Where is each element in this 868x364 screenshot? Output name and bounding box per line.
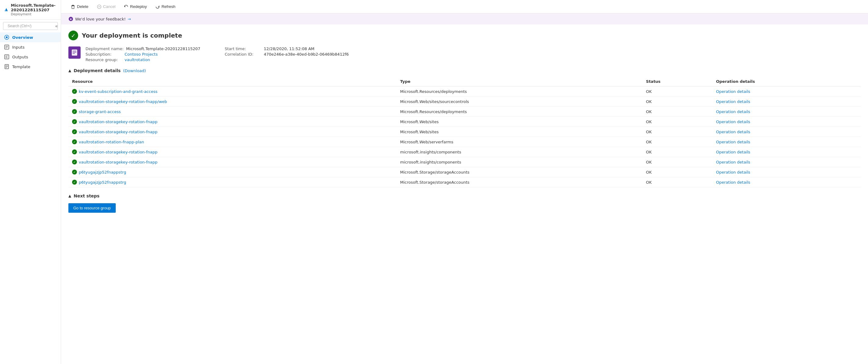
operation-link-0[interactable]: Operation details (716, 89, 750, 94)
meta-left: Deployment name: Microsoft.Template-2020… (86, 47, 200, 62)
search-bar-container[interactable]: « (3, 22, 58, 30)
cell-resource-3: ✓ vaultrotation-storagekey-rotation-fnap… (68, 117, 396, 127)
redeploy-label: Redeploy (130, 4, 147, 9)
meta-name-label: Deployment name: (86, 47, 124, 51)
operation-link-1[interactable]: Operation details (716, 99, 750, 104)
cell-resource-8: ✓ p6tyugajzjp52fnappstrg (68, 167, 396, 177)
deployment-meta-icon (68, 47, 81, 59)
deployment-complete-title: Your deployment is complete (82, 32, 182, 39)
resource-link-1[interactable]: ✓ vaultrotation-storagekey-rotation-fnap… (72, 99, 393, 104)
next-steps-header[interactable]: ▲ Next steps (68, 193, 861, 198)
cell-resource-9: ✓ p6tyugajzjp52fnappstrg (68, 177, 396, 187)
resource-link-0[interactable]: ✓ kv-event-subscription-and-grant-access (72, 89, 393, 94)
next-steps-label: Next steps (73, 193, 99, 198)
operation-link-6[interactable]: Operation details (716, 150, 750, 155)
sidebar-item-template[interactable]: Template (0, 62, 61, 72)
search-input[interactable] (8, 24, 54, 28)
resource-link-2[interactable]: ✓ storage-grant-access (72, 109, 393, 114)
sidebar: Microsoft.Template-20201228115207 Deploy… (0, 0, 61, 364)
table-header-row: Resource Type Status Operation details (68, 77, 861, 86)
cell-operation-5: Operation details (712, 137, 861, 147)
resource-link-4[interactable]: ✓ vaultrotation-storagekey-rotation-fnap… (72, 129, 393, 134)
meta-row-name: Deployment name: Microsoft.Template-2020… (86, 47, 200, 51)
resource-link-6[interactable]: ✓ vaultrotation-storagekey-rotation-fnap… (72, 149, 393, 155)
check-icon-6: ✓ (72, 149, 77, 155)
cell-type-8: Microsoft.Storage/storageAccounts (396, 167, 642, 177)
table-header: Resource Type Status Operation details (68, 77, 861, 86)
meta-rg-link[interactable]: vaultrotation (125, 57, 150, 62)
svg-rect-23 (72, 50, 77, 56)
cell-type-7: microsoft.insights/components (396, 157, 642, 167)
check-icon-9: ✓ (72, 180, 77, 185)
cell-resource-1: ✓ vaultrotation-storagekey-rotation-fnap… (68, 96, 396, 107)
operation-link-3[interactable]: Operation details (716, 119, 750, 124)
svg-rect-17 (72, 5, 73, 5)
feedback-link[interactable]: → (128, 17, 131, 21)
check-icon-5: ✓ (72, 139, 77, 144)
check-icon-7: ✓ (72, 160, 77, 164)
cell-resource-5: ✓ vaultrotation-rotation-fnapp-plan (68, 137, 396, 147)
main-content: Delete Cancel Redeploy Refresh (61, 0, 868, 364)
check-icon-1: ✓ (72, 99, 77, 104)
redeploy-button[interactable]: Redeploy (120, 2, 151, 11)
sidebar-item-inputs[interactable]: Inputs (0, 42, 61, 52)
inputs-icon (4, 45, 9, 50)
resource-link-8[interactable]: ✓ p6tyugajzjp52fnappstrg (72, 170, 393, 174)
meta-subscription-link[interactable]: Contoso Projects (125, 52, 158, 57)
download-link[interactable]: (Download) (123, 68, 146, 73)
resource-link-3[interactable]: ✓ vaultrotation-storagekey-rotation-fnap… (72, 119, 393, 124)
operation-link-4[interactable]: Operation details (716, 130, 750, 134)
cell-operation-2: Operation details (712, 107, 861, 117)
check-icon-8: ✓ (72, 170, 77, 174)
go-to-resource-group-button[interactable]: Go to resource group (68, 203, 116, 213)
cell-resource-2: ✓ storage-grant-access (68, 107, 396, 117)
sidebar-item-outputs[interactable]: Outputs (0, 52, 61, 62)
operation-link-2[interactable]: Operation details (716, 109, 750, 114)
table-row: ✓ vaultrotation-storagekey-rotation-fnap… (68, 127, 861, 137)
sidebar-item-overview[interactable]: Overview (0, 32, 61, 42)
operation-link-5[interactable]: Operation details (716, 140, 750, 144)
table-row: ✓ kv-event-subscription-and-grant-access… (68, 86, 861, 96)
resource-link-9[interactable]: ✓ p6tyugajzjp52fnappstrg (72, 180, 393, 185)
resource-link-5[interactable]: ✓ vaultrotation-rotation-fnapp-plan (72, 139, 393, 144)
table-body: ✓ kv-event-subscription-and-grant-access… (68, 86, 861, 187)
outputs-icon (4, 54, 9, 59)
feedback-text: We'd love your feedback! (75, 17, 126, 21)
sidebar-item-template-label: Template (12, 64, 30, 69)
deployment-details-header[interactable]: ▲ Deployment details (Download) (68, 68, 861, 73)
meta-right: Start time: 12/28/2020, 11:52:08 AM Corr… (225, 47, 349, 57)
meta-row-rg: Resource group: vaultrotation (86, 57, 200, 62)
collapse-button[interactable]: « (55, 24, 58, 28)
complete-check-icon: ✓ (68, 31, 78, 40)
table-row: ✓ p6tyugajzjp52fnappstrg Microsoft.Stora… (68, 167, 861, 177)
sidebar-title-block: Microsoft.Template-20201228115207 Deploy… (11, 3, 57, 16)
cancel-button[interactable]: Cancel (93, 2, 119, 11)
table-row: ✓ vaultrotation-storagekey-rotation-fnap… (68, 147, 861, 157)
operation-link-7[interactable]: Operation details (716, 160, 750, 164)
cell-type-2: Microsoft.Resources/deployments (396, 107, 642, 117)
check-icon-2: ✓ (72, 109, 77, 114)
overview-section: ✓ Your deployment is complete Deployment… (61, 24, 868, 193)
delete-button[interactable]: Delete (67, 2, 92, 11)
cell-operation-0: Operation details (712, 86, 861, 96)
cell-status-4: OK (642, 127, 712, 137)
table-row: ✓ vaultrotation-storagekey-rotation-fnap… (68, 157, 861, 167)
check-icon-0: ✓ (72, 89, 77, 94)
operation-link-8[interactable]: Operation details (716, 170, 750, 174)
meta-subscription-label: Subscription: (86, 52, 122, 57)
refresh-button[interactable]: Refresh (152, 2, 179, 11)
cell-resource-6: ✓ vaultrotation-storagekey-rotation-fnap… (68, 147, 396, 157)
cell-operation-3: Operation details (712, 117, 861, 127)
feedback-icon: ★ (68, 17, 73, 21)
cell-status-6: OK (642, 147, 712, 157)
cell-operation-1: Operation details (712, 96, 861, 107)
cell-resource-7: ✓ vaultrotation-storagekey-rotation-fnap… (68, 157, 396, 167)
resource-link-7[interactable]: ✓ vaultrotation-storagekey-rotation-fnap… (72, 160, 393, 164)
operation-link-9[interactable]: Operation details (716, 180, 750, 185)
refresh-icon (155, 5, 160, 9)
sidebar-item-inputs-label: Inputs (12, 45, 24, 50)
sidebar-header: Microsoft.Template-20201228115207 Deploy… (0, 0, 61, 20)
azure-logo (4, 5, 8, 14)
next-steps-section: ▲ Next steps Go to resource group (61, 193, 868, 220)
cell-resource-0: ✓ kv-event-subscription-and-grant-access (68, 86, 396, 96)
